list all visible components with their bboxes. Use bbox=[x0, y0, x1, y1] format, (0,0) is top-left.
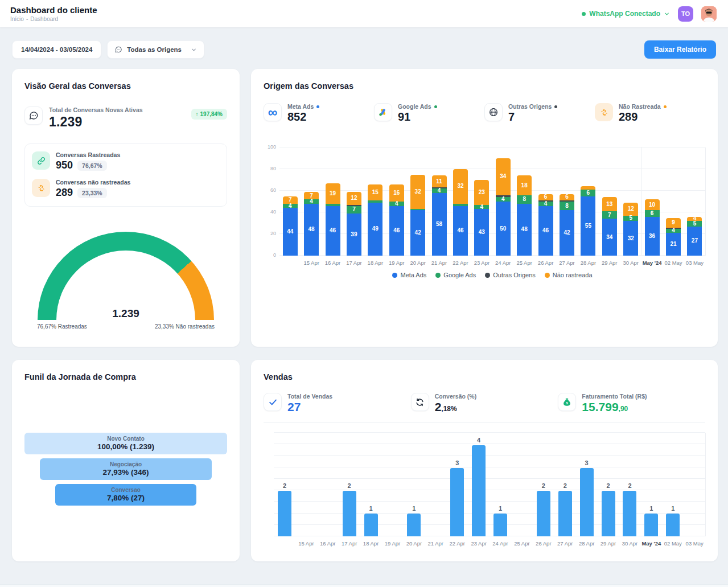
sales-bar[interactable] bbox=[278, 491, 291, 536]
stacked-bar[interactable]: 3242 bbox=[410, 175, 425, 256]
sales-bar[interactable] bbox=[558, 491, 572, 536]
bar-segment[interactable]: 4 bbox=[474, 205, 489, 210]
bar-slot[interactable]: 1 bbox=[662, 433, 684, 536]
sales-bar[interactable] bbox=[472, 445, 486, 536]
sales-bar[interactable] bbox=[364, 514, 378, 536]
bar-segment[interactable]: 5 bbox=[623, 216, 638, 221]
sales-bar[interactable] bbox=[343, 491, 356, 536]
bar-slot[interactable]: 3 bbox=[576, 433, 598, 536]
bar-segment[interactable]: 55 bbox=[581, 196, 595, 256]
bar-slot[interactable]: 3242 bbox=[407, 147, 428, 256]
stacked-bar[interactable]: 1946 bbox=[326, 183, 340, 256]
bar-segment[interactable]: 42 bbox=[410, 210, 425, 256]
bar-segment[interactable]: 34 bbox=[602, 219, 617, 256]
stacked-bar[interactable]: 10636 bbox=[645, 199, 660, 256]
bar-slot[interactable]: 16446 bbox=[386, 147, 407, 256]
bar-slot[interactable]: 1 bbox=[360, 433, 382, 536]
bar-slot[interactable]: 1 bbox=[640, 433, 662, 536]
bar-segment[interactable]: 9 bbox=[666, 218, 681, 228]
bar-segment[interactable]: 48 bbox=[304, 204, 319, 256]
funnel-stage[interactable]: Conversao7,80% (27) bbox=[55, 484, 196, 506]
bar-slot[interactable]: 2 bbox=[533, 433, 554, 536]
bar-segment[interactable]: 36 bbox=[645, 217, 660, 256]
bar-slot[interactable]: 3 bbox=[446, 433, 468, 536]
stacked-bar[interactable]: 7448 bbox=[304, 192, 319, 256]
bar-slot[interactable]: 2 bbox=[598, 433, 619, 536]
sales-bar[interactable] bbox=[493, 514, 507, 536]
stacked-bar[interactable]: 12532 bbox=[623, 203, 638, 256]
bar-segment[interactable]: 21 bbox=[666, 233, 681, 256]
funnel-stage[interactable]: Novo Contato100,00% (1.239) bbox=[24, 433, 227, 454]
bar-slot[interactable]: 2 bbox=[339, 433, 360, 536]
bar-segment[interactable]: 15 bbox=[368, 184, 382, 201]
bar-segment[interactable]: 4 bbox=[283, 204, 298, 208]
sales-bar[interactable] bbox=[623, 491, 636, 536]
sales-bar[interactable] bbox=[644, 514, 658, 536]
stacked-bar[interactable]: 23443 bbox=[474, 180, 489, 256]
whatsapp-status[interactable]: WhatsApp Conectado bbox=[582, 10, 670, 18]
bar-slot[interactable]: 7448 bbox=[301, 147, 322, 256]
bar-slot[interactable]: 12532 bbox=[620, 147, 641, 256]
bar-segment[interactable]: 58 bbox=[432, 193, 447, 256]
bar-segment[interactable]: 46 bbox=[389, 206, 404, 256]
bar-slot[interactable]: 6842 bbox=[556, 147, 577, 256]
bar-segment[interactable]: 19 bbox=[326, 183, 340, 204]
bar-slot[interactable]: 12739 bbox=[343, 147, 364, 256]
bar-segment[interactable]: 6 bbox=[645, 210, 660, 216]
bar-segment[interactable]: 4 bbox=[666, 229, 681, 233]
legend-item[interactable]: Meta Ads bbox=[392, 272, 426, 278]
bar-slot[interactable] bbox=[295, 433, 317, 536]
bar-slot[interactable]: 23443 bbox=[471, 147, 492, 256]
bar-segment[interactable]: 5 bbox=[687, 221, 702, 227]
stacked-bar[interactable]: 11458 bbox=[432, 175, 447, 256]
date-range-input[interactable]: 14/04/2024 - 03/05/2024 bbox=[12, 40, 101, 59]
stacked-bar[interactable]: 3246 bbox=[453, 169, 468, 256]
bar-segment[interactable]: 27 bbox=[687, 227, 702, 256]
sales-bar[interactable] bbox=[407, 514, 421, 536]
bar-segment[interactable]: 6 bbox=[581, 190, 595, 196]
bar-slot[interactable]: 2 bbox=[274, 433, 295, 536]
bar-segment[interactable]: 4 bbox=[432, 188, 447, 193]
bar-slot[interactable]: 18848 bbox=[513, 147, 534, 256]
gauge[interactable]: 1.239 bbox=[38, 232, 214, 320]
legend-item[interactable]: Outras Origens bbox=[485, 272, 536, 278]
bar-segment[interactable]: 8 bbox=[517, 195, 532, 204]
bar-slot[interactable]: 3246 bbox=[450, 147, 471, 256]
bar-slot[interactable]: 4 bbox=[468, 433, 490, 536]
bar-slot[interactable]: 34450 bbox=[492, 147, 513, 256]
bar-slot[interactable]: 11458 bbox=[429, 147, 450, 256]
bar-segment[interactable]: 11 bbox=[432, 175, 447, 187]
bar-slot[interactable] bbox=[317, 433, 339, 536]
bar-slot[interactable]: 1 bbox=[490, 433, 511, 536]
bar-segment[interactable]: 13 bbox=[602, 197, 617, 211]
bar-segment[interactable]: 6 bbox=[560, 194, 574, 200]
stacked-bar[interactable]: 13734 bbox=[602, 197, 617, 256]
origin-filter-select[interactable]: Todas as Origens bbox=[107, 40, 204, 59]
bar-slot[interactable]: 1946 bbox=[322, 147, 343, 256]
bar-segment[interactable]: 43 bbox=[474, 209, 489, 256]
bar-slot[interactable] bbox=[425, 433, 446, 536]
bar-segment[interactable]: 12 bbox=[623, 203, 638, 216]
bar-segment[interactable]: 39 bbox=[347, 214, 361, 256]
legend-item[interactable]: Google Ads bbox=[435, 272, 476, 278]
download-report-button[interactable]: Baixar Relatório bbox=[644, 40, 716, 59]
bar-segment[interactable]: 7 bbox=[602, 211, 617, 219]
bar-slot[interactable]: 7444 bbox=[279, 147, 301, 256]
bar-segment[interactable]: 46 bbox=[538, 206, 553, 256]
stacked-bar[interactable]: 18848 bbox=[517, 175, 532, 256]
stacked-bar[interactable]: 6446 bbox=[538, 194, 553, 256]
bar-segment[interactable]: 44 bbox=[283, 208, 298, 256]
bar-slot[interactable]: 1 bbox=[403, 433, 425, 536]
stacked-bar[interactable]: 9421 bbox=[666, 218, 681, 256]
bar-segment[interactable]: 23 bbox=[474, 180, 489, 205]
bar-slot[interactable] bbox=[382, 433, 404, 536]
stacked-bar[interactable]: 6842 bbox=[560, 194, 574, 256]
bar-segment[interactable]: 10 bbox=[645, 199, 660, 210]
sales-bar[interactable] bbox=[602, 491, 615, 536]
bar-slot[interactable]: 1549 bbox=[365, 147, 386, 256]
bar-segment[interactable]: 8 bbox=[560, 202, 574, 210]
bar-segment[interactable]: 12 bbox=[347, 192, 361, 205]
sales-bar[interactable] bbox=[580, 468, 594, 536]
bar-segment[interactable]: 4 bbox=[538, 202, 553, 206]
bar-segment[interactable]: 34 bbox=[496, 158, 511, 195]
